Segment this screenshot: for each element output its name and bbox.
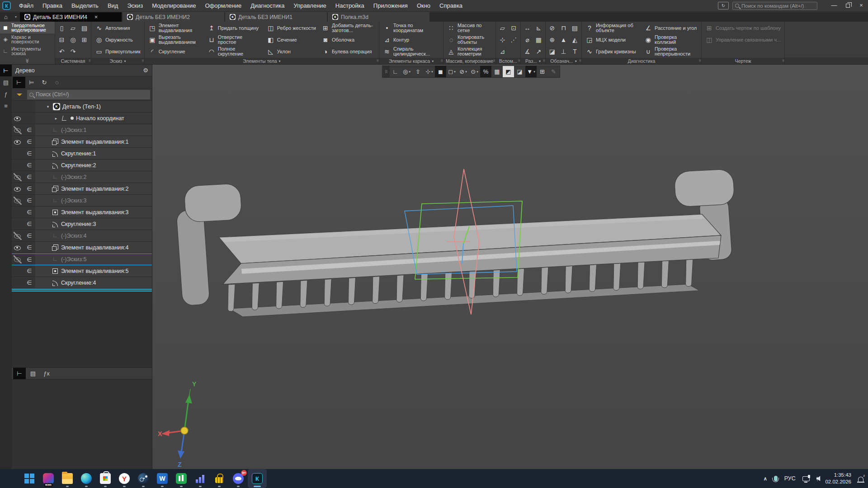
visibility-eye-icon[interactable] bbox=[14, 232, 22, 240]
include-icon[interactable] bbox=[27, 232, 32, 239]
gear-icon[interactable]: ⚙ bbox=[143, 67, 148, 74]
group-grip-icon[interactable]: ⠿ bbox=[782, 59, 784, 63]
new-document-button[interactable]: ▯ bbox=[56, 22, 67, 34]
restore-button[interactable] bbox=[841, 0, 854, 10]
workspace-mode-item[interactable]: ◈ Каркас и поверхности bbox=[0, 33, 55, 45]
kompas-3d[interactable]: К bbox=[248, 469, 267, 488]
start[interactable] bbox=[20, 469, 39, 488]
language-indicator[interactable]: РУС bbox=[784, 475, 796, 482]
extrude-button[interactable]: ◳ Элемент выдавливания bbox=[146, 22, 205, 34]
thicken-button[interactable]: ↥ Придать толщину bbox=[205, 22, 264, 34]
print-button[interactable]: ⊟ bbox=[56, 34, 67, 46]
cone-notation-button[interactable]: ◭ bbox=[569, 34, 580, 46]
visibility-eye-icon[interactable] bbox=[14, 161, 22, 169]
undo-button[interactable]: ↶ bbox=[56, 46, 67, 57]
section-view-button[interactable]: ⊙ ▾ bbox=[469, 66, 480, 77]
grid-array-button[interactable]: ∷ Массив по сетке bbox=[444, 22, 495, 34]
visibility-eye-icon[interactable] bbox=[14, 244, 22, 252]
object-info-button[interactable]: ? Информация об объекте bbox=[583, 22, 642, 34]
variables-tab-button[interactable]: ƒx bbox=[40, 368, 53, 379]
rectangle-button[interactable]: ▭ Прямоугольник bbox=[92, 46, 143, 57]
menu-item[interactable]: Выделить bbox=[67, 0, 103, 12]
shaded-display-button[interactable]: ◼ ▾ bbox=[435, 66, 446, 77]
close-button[interactable]: × bbox=[854, 0, 868, 10]
visibility-eye-icon[interactable] bbox=[14, 138, 22, 146]
tree-item[interactable]: Элемент выдавливания:4 bbox=[12, 242, 152, 253]
menu-item[interactable]: Справка bbox=[435, 0, 467, 12]
kompas-logo-icon[interactable]: К bbox=[2, 1, 11, 10]
visibility-eye-icon[interactable] bbox=[14, 126, 22, 134]
menu-item[interactable]: Моделирование bbox=[147, 0, 200, 12]
tree-item[interactable]: Скругление:3 bbox=[12, 218, 152, 230]
auto-dimension-button[interactable]: ↔ bbox=[522, 22, 533, 34]
group-dropdown-icon[interactable]: ▾ bbox=[575, 59, 577, 63]
menu-item[interactable]: Эскиз bbox=[123, 0, 147, 12]
discord[interactable]: 9+ bbox=[229, 469, 248, 488]
mark-button[interactable]: ▲ bbox=[558, 34, 569, 46]
clock[interactable]: 1:35:43 02.02.2026 bbox=[825, 472, 851, 485]
tree-item[interactable]: (-)Эскиз:4 bbox=[12, 230, 152, 242]
grip-handle[interactable]: ⠿ ▾ bbox=[383, 66, 390, 77]
document-tab[interactable]: К Деталь БЕЗ ИМЕНИ4 × bbox=[20, 12, 122, 22]
include-icon[interactable] bbox=[27, 138, 32, 145]
distance-angle-button[interactable]: ∠ Расстояние и угол bbox=[642, 22, 700, 34]
green-app[interactable] bbox=[172, 469, 191, 488]
menu-item[interactable]: Оформление bbox=[200, 0, 246, 12]
contour-button[interactable]: ⊿ Контур bbox=[380, 34, 442, 46]
tree-insertion-marker[interactable] bbox=[12, 289, 152, 291]
panel-menu-button[interactable]: ≡ bbox=[0, 100, 12, 112]
sketch-mode-button[interactable]: ∟ ▾ bbox=[390, 66, 401, 77]
tab-close-icon[interactable]: × bbox=[94, 14, 98, 20]
tree-item[interactable]: Скругление:2 bbox=[12, 160, 152, 171]
include-icon[interactable] bbox=[27, 174, 32, 180]
circle-button[interactable]: ◎ Окружность bbox=[92, 34, 143, 46]
orientation-button[interactable]: ⊹ ▾ bbox=[424, 66, 435, 77]
base-plane-button[interactable]: ⊓ bbox=[558, 22, 569, 34]
model-3d[interactable]: X Y Z bbox=[152, 65, 868, 469]
menu-item[interactable]: Настройка bbox=[331, 0, 369, 12]
variables-panel-button[interactable]: ƒ bbox=[0, 88, 12, 100]
tree-item[interactable]: Скругление:4 bbox=[12, 277, 152, 289]
document-tab[interactable]: К Полка.m3d × bbox=[328, 12, 429, 22]
fillet-button[interactable]: ◜ Скругление bbox=[146, 46, 205, 57]
include-icon[interactable] bbox=[27, 221, 32, 227]
notation-table-button[interactable]: ▤ bbox=[569, 22, 580, 34]
include-icon[interactable] bbox=[27, 256, 32, 263]
visibility-eye-icon[interactable] bbox=[14, 185, 22, 193]
include-icon[interactable] bbox=[27, 162, 32, 169]
draft-button[interactable]: ◺ Уклон bbox=[264, 46, 319, 57]
tree-item[interactable]: (-)Эскиз:5 bbox=[12, 253, 152, 265]
include-icon[interactable] bbox=[27, 279, 32, 286]
wireframe-display-button[interactable]: ◻ ▾ bbox=[446, 66, 458, 77]
group-dropdown-icon[interactable]: ▾ bbox=[539, 59, 541, 63]
rib-button[interactable]: ◫ Ребро жесткости bbox=[264, 22, 319, 34]
group-dropdown-icon[interactable]: ▾ bbox=[279, 59, 281, 63]
workspace-mode-item[interactable]: ◼ Твердотельное моделирование bbox=[0, 22, 55, 33]
word[interactable]: W bbox=[153, 469, 172, 488]
boolean-button[interactable]: ◑ Булева операция bbox=[319, 46, 378, 57]
group-grip-icon[interactable]: ⠿ bbox=[543, 59, 545, 63]
tree-panel-button[interactable]: ⊢ bbox=[0, 65, 12, 76]
quick-extrude-button[interactable]: ⇧ ▾ bbox=[412, 66, 424, 77]
radial-dimension-button[interactable]: ⌀ bbox=[522, 34, 533, 46]
slope-button[interactable]: ◪ bbox=[547, 46, 558, 57]
visibility-eye-icon[interactable] bbox=[14, 197, 22, 205]
simple-hole-button[interactable]: ⊔ Отверстие простое bbox=[205, 34, 264, 46]
include-icon[interactable] bbox=[27, 185, 32, 192]
geometry-collection-button[interactable]: ◬ Коллекция геометрии bbox=[444, 46, 495, 57]
home-button[interactable]: ⌂ bbox=[0, 12, 12, 22]
construction-axis-button[interactable]: ⋰ bbox=[508, 34, 519, 46]
collision-check-button[interactable]: ◉ Проверка коллизий bbox=[642, 34, 700, 46]
parameters-panel-button[interactable]: ▤ bbox=[0, 76, 12, 88]
tree-item-root[interactable]: ▾ Деталь (Тел-1) bbox=[12, 101, 152, 113]
add-stock-part-button[interactable]: ⊞ Добавить деталь-заготов... bbox=[319, 22, 378, 34]
selection-frame-button[interactable]: ◌ bbox=[51, 77, 63, 88]
yandex-browser[interactable]: Y bbox=[115, 469, 134, 488]
expander-icon[interactable]: ▸ bbox=[53, 116, 59, 121]
filter-objects-button[interactable]: ▼ ▾ bbox=[525, 66, 537, 77]
plane-through-button[interactable]: ⊿ bbox=[497, 46, 508, 57]
command-search[interactable] bbox=[732, 2, 817, 10]
include-icon[interactable] bbox=[27, 244, 32, 251]
include-icon[interactable] bbox=[27, 127, 32, 133]
screens-manager-icon[interactable]: ↻ bbox=[718, 2, 729, 9]
